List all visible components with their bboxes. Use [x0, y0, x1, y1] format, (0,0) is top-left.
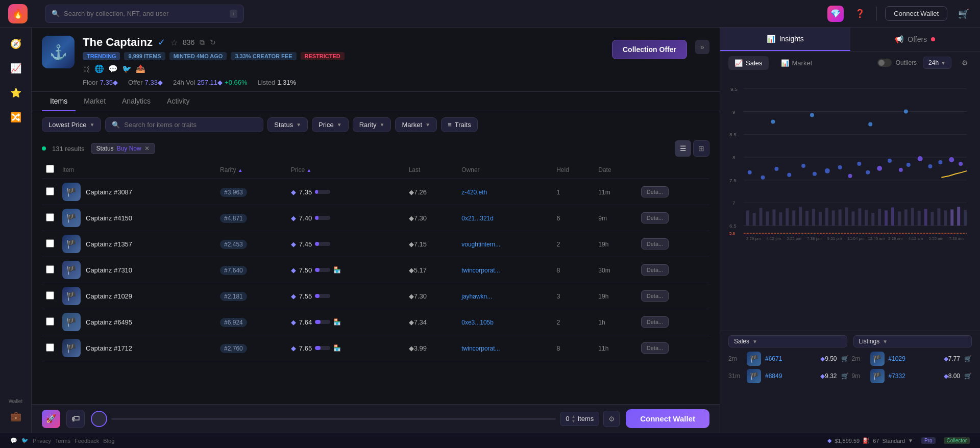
- copy-icon[interactable]: ⧉: [200, 38, 205, 47]
- details-button[interactable]: Deta...: [641, 316, 669, 328]
- panel-tab-insights[interactable]: 📊 Insights: [720, 28, 850, 51]
- network-label[interactable]: Standard: [882, 438, 905, 444]
- row-checkbox[interactable]: [46, 317, 54, 326]
- owner-cell: z-420.eth: [457, 179, 552, 205]
- tab-analytics[interactable]: Analytics: [114, 92, 159, 111]
- details-button[interactable]: Deta...: [641, 290, 669, 302]
- panel-id[interactable]: #7332: [889, 372, 905, 380]
- privacy-link[interactable]: Privacy: [33, 438, 51, 444]
- traits-dropdown[interactable]: ≡ Traits: [441, 117, 478, 132]
- bottom-connect-wallet-button[interactable]: Connect Wallet: [626, 409, 709, 428]
- terms-link[interactable]: Terms: [55, 438, 70, 444]
- owner-link[interactable]: 0x21...321d: [461, 215, 494, 222]
- details-button[interactable]: Deta...: [641, 264, 669, 276]
- sidebar-item-trending[interactable]: 📈: [6, 58, 26, 79]
- chain-icon[interactable]: ⛓: [83, 65, 90, 73]
- count-arrows[interactable]: ▲▼: [571, 414, 575, 424]
- discord-icon[interactable]: 💬: [108, 64, 118, 73]
- table-row: 🏴 Captainz #1029 #2,181 ◆ 7.55 ◆7.30 jay…: [42, 283, 709, 309]
- tab-items[interactable]: Items: [42, 92, 76, 111]
- share-icon[interactable]: 📤: [136, 64, 145, 73]
- search-input[interactable]: [64, 10, 226, 17]
- global-search-bar[interactable]: 🔍 /: [45, 5, 244, 23]
- expand-panel-icon[interactable]: »: [695, 40, 709, 54]
- app-logo[interactable]: 🔥: [8, 4, 28, 23]
- panel-id[interactable]: #8849: [765, 372, 782, 380]
- panel-id[interactable]: #1029: [889, 355, 905, 362]
- discord-status-icon[interactable]: 💬: [10, 437, 17, 444]
- panel-id[interactable]: #6671: [765, 355, 782, 362]
- owner-link[interactable]: twincorporat...: [461, 267, 500, 274]
- owner-link[interactable]: voughtintern...: [461, 241, 500, 248]
- sidebar-item-wallet[interactable]: 💼: [6, 406, 26, 427]
- row-checkbox[interactable]: [46, 213, 54, 221]
- th-rarity[interactable]: Rarity ▲: [216, 161, 287, 179]
- owner-link[interactable]: z-420.eth: [461, 189, 487, 196]
- row-checkbox[interactable]: [46, 343, 54, 352]
- chart-tab-market[interactable]: 📊 Market: [775, 56, 819, 70]
- market-dropdown[interactable]: Market ▼: [395, 117, 437, 132]
- remove-filter-icon[interactable]: ✕: [144, 145, 150, 152]
- details-button[interactable]: Deta...: [641, 212, 669, 223]
- items-search-bar[interactable]: 🔍: [105, 117, 263, 132]
- blog-link[interactable]: Blog: [103, 438, 114, 444]
- items-tag: 9,999 ITEMS: [124, 52, 165, 60]
- row-checkbox[interactable]: [46, 291, 54, 300]
- chart-tab-sales[interactable]: 📈 Sales: [728, 56, 769, 70]
- panel-tab-offers[interactable]: 📢 Offers: [850, 28, 981, 51]
- offer-label: Offer: [128, 79, 143, 86]
- globe-icon[interactable]: 🌐: [94, 64, 104, 73]
- svg-point-67: [938, 160, 942, 164]
- tab-activity[interactable]: Activity: [159, 92, 198, 111]
- th-price[interactable]: Price ▲: [287, 161, 405, 179]
- gem-icon[interactable]: 💎: [827, 6, 844, 22]
- favorite-icon[interactable]: ☆: [170, 38, 178, 47]
- owner-link[interactable]: twincorporat...: [461, 345, 500, 352]
- owner-link[interactable]: 0xe3...105b: [461, 319, 494, 326]
- select-all-checkbox[interactable]: [46, 165, 54, 173]
- refresh-icon[interactable]: ↻: [210, 38, 216, 46]
- nft-thumbnail: 🏴: [62, 209, 81, 227]
- tab-market[interactable]: Market: [76, 92, 114, 111]
- help-icon[interactable]: ❓: [852, 6, 868, 22]
- rocket-button[interactable]: 🚀: [42, 410, 60, 428]
- panel-thumbnail: 🏴: [870, 352, 885, 366]
- owner-link[interactable]: jayhawkn...: [461, 293, 492, 300]
- tag-button[interactable]: 🏷: [66, 410, 85, 428]
- top-header: 🔥 🔍 / 💎 ❓ Connect Wallet 🛒: [0, 0, 980, 28]
- time-range-select[interactable]: 24h ▼: [923, 57, 951, 69]
- sort-dropdown[interactable]: Lowest Price ▼: [42, 117, 101, 132]
- items-search-input[interactable]: [124, 121, 257, 129]
- row-checkbox[interactable]: [46, 265, 54, 273]
- sidebar-item-sweep[interactable]: 🔀: [6, 107, 26, 128]
- price-dropdown[interactable]: Price ▼: [312, 117, 349, 132]
- details-button[interactable]: Deta...: [641, 342, 669, 354]
- price-eth-symbol: ◆: [291, 292, 296, 300]
- sales-select[interactable]: Sales ▼: [728, 335, 847, 347]
- twitter-status-icon[interactable]: 🐦: [21, 437, 29, 444]
- listings-select[interactable]: Listings ▼: [853, 335, 972, 347]
- feedback-link[interactable]: Feedback: [75, 438, 99, 444]
- details-button[interactable]: Deta...: [641, 186, 669, 197]
- status-dropdown[interactable]: Status ▼: [267, 117, 308, 132]
- actions-cell: Deta...: [637, 335, 709, 361]
- sidebar-item-favorites[interactable]: ⭐: [6, 83, 26, 103]
- connect-wallet-button[interactable]: Connect Wallet: [885, 6, 947, 21]
- price-value: 7.40: [299, 214, 312, 222]
- chart-settings-icon[interactable]: ⚙: [958, 56, 972, 70]
- rarity-dropdown[interactable]: Rarity ▼: [353, 117, 391, 132]
- twitter-icon[interactable]: 🐦: [122, 64, 132, 73]
- list-view-button[interactable]: ☰: [675, 140, 691, 157]
- collection-offer-button[interactable]: Collection Offer: [612, 40, 687, 59]
- row-checkbox[interactable]: [46, 239, 54, 247]
- svg-point-69: [959, 162, 963, 166]
- svg-text:7:38 pm: 7:38 pm: [807, 236, 822, 241]
- bottom-settings-icon[interactable]: ⚙: [603, 411, 620, 427]
- outliers-switch[interactable]: [877, 59, 892, 67]
- sidebar-item-explore[interactable]: 🧭: [6, 34, 26, 54]
- row-checkbox[interactable]: [46, 187, 54, 195]
- details-button[interactable]: Deta...: [641, 238, 669, 250]
- grid-view-button[interactable]: ⊞: [693, 140, 709, 157]
- price-fill: [315, 190, 318, 194]
- cart-icon[interactable]: 🛒: [955, 6, 972, 22]
